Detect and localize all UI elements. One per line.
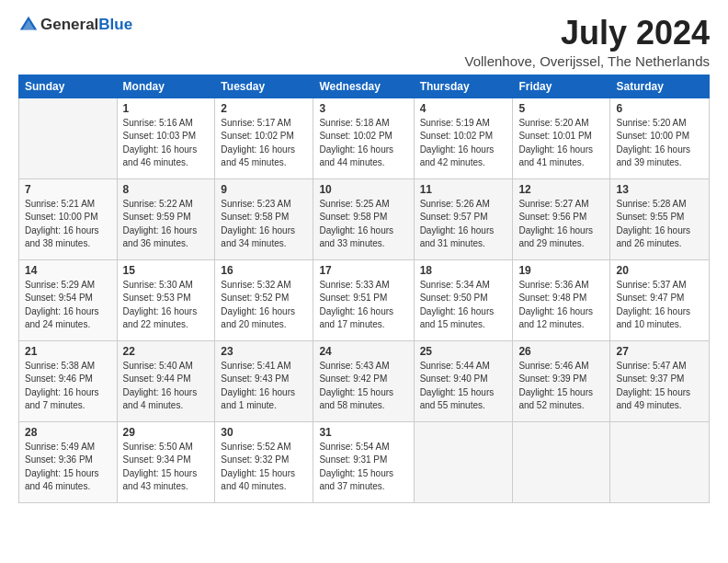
day-number: 26 — [518, 345, 604, 358]
day-number: 10 — [319, 183, 407, 196]
day-info: Sunrise: 5:27 AM Sunset: 9:56 PM Dayligh… — [518, 198, 604, 251]
day-info: Sunrise: 5:23 AM Sunset: 9:58 PM Dayligh… — [221, 198, 307, 251]
calendar-cell: 17Sunrise: 5:33 AM Sunset: 9:51 PM Dayli… — [313, 259, 414, 340]
calendar-cell: 25Sunrise: 5:44 AM Sunset: 9:40 PM Dayli… — [414, 340, 513, 421]
day-number: 7 — [25, 183, 111, 196]
weekday-header-wednesday: Wednesday — [313, 75, 414, 98]
calendar-cell: 31Sunrise: 5:54 AM Sunset: 9:31 PM Dayli… — [313, 421, 414, 502]
day-info: Sunrise: 5:54 AM Sunset: 9:31 PM Dayligh… — [319, 441, 407, 494]
calendar-cell: 3Sunrise: 5:18 AM Sunset: 10:02 PM Dayli… — [313, 98, 414, 178]
day-number: 25 — [420, 345, 507, 358]
day-number: 3 — [319, 102, 407, 115]
day-info: Sunrise: 5:41 AM Sunset: 9:43 PM Dayligh… — [221, 360, 307, 413]
calendar-cell: 21Sunrise: 5:38 AM Sunset: 9:46 PM Dayli… — [19, 340, 118, 421]
weekday-header-thursday: Thursday — [414, 75, 513, 98]
day-info: Sunrise: 5:40 AM Sunset: 9:44 PM Dayligh… — [123, 360, 210, 413]
logo: GeneralBlue — [18, 15, 132, 35]
day-info: Sunrise: 5:38 AM Sunset: 9:46 PM Dayligh… — [25, 360, 111, 413]
day-info: Sunrise: 5:29 AM Sunset: 9:54 PM Dayligh… — [25, 279, 111, 332]
calendar-cell: 23Sunrise: 5:41 AM Sunset: 9:43 PM Dayli… — [215, 340, 313, 421]
day-info: Sunrise: 5:33 AM Sunset: 9:51 PM Dayligh… — [319, 279, 407, 332]
day-info: Sunrise: 5:20 AM Sunset: 10:00 PM Daylig… — [616, 117, 703, 170]
day-number: 13 — [616, 183, 703, 196]
day-number: 16 — [221, 264, 307, 277]
calendar-cell: 26Sunrise: 5:46 AM Sunset: 9:39 PM Dayli… — [513, 340, 610, 421]
day-number: 19 — [518, 264, 604, 277]
day-number: 5 — [518, 102, 604, 115]
calendar-cell: 28Sunrise: 5:49 AM Sunset: 9:36 PM Dayli… — [19, 421, 118, 502]
weekday-header-sunday: Sunday — [19, 75, 118, 98]
calendar-cell: 14Sunrise: 5:29 AM Sunset: 9:54 PM Dayli… — [19, 259, 118, 340]
day-info: Sunrise: 5:52 AM Sunset: 9:32 PM Dayligh… — [221, 441, 307, 494]
calendar-cell: 27Sunrise: 5:47 AM Sunset: 9:37 PM Dayli… — [610, 340, 710, 421]
calendar-week-row: 14Sunrise: 5:29 AM Sunset: 9:54 PM Dayli… — [19, 259, 710, 340]
day-info: Sunrise: 5:19 AM Sunset: 10:02 PM Daylig… — [420, 117, 507, 170]
calendar-cell: 18Sunrise: 5:34 AM Sunset: 9:50 PM Dayli… — [414, 259, 513, 340]
day-number: 24 — [319, 345, 407, 358]
calendar-cell: 4Sunrise: 5:19 AM Sunset: 10:02 PM Dayli… — [414, 98, 513, 178]
day-info: Sunrise: 5:44 AM Sunset: 9:40 PM Dayligh… — [420, 360, 507, 413]
calendar-cell: 12Sunrise: 5:27 AM Sunset: 9:56 PM Dayli… — [513, 178, 610, 259]
calendar-table: SundayMondayTuesdayWednesdayThursdayFrid… — [18, 75, 710, 503]
day-info: Sunrise: 5:18 AM Sunset: 10:02 PM Daylig… — [319, 117, 407, 170]
calendar-cell: 19Sunrise: 5:36 AM Sunset: 9:48 PM Dayli… — [513, 259, 610, 340]
day-number: 22 — [123, 345, 210, 358]
calendar-cell: 22Sunrise: 5:40 AM Sunset: 9:44 PM Dayli… — [117, 340, 215, 421]
calendar-cell — [414, 421, 513, 502]
day-info: Sunrise: 5:43 AM Sunset: 9:42 PM Dayligh… — [319, 360, 407, 413]
weekday-header-row: SundayMondayTuesdayWednesdayThursdayFrid… — [19, 75, 710, 98]
title-block: July 2024 Vollenhove, Overijssel, The Ne… — [464, 15, 710, 69]
month-year-title: July 2024 — [464, 15, 710, 52]
calendar-cell: 24Sunrise: 5:43 AM Sunset: 9:42 PM Dayli… — [313, 340, 414, 421]
calendar-cell — [610, 421, 710, 502]
day-info: Sunrise: 5:32 AM Sunset: 9:52 PM Dayligh… — [221, 279, 307, 332]
day-number: 29 — [123, 426, 210, 439]
logo-text-general: General — [40, 16, 98, 33]
day-number: 31 — [319, 426, 407, 439]
calendar-cell: 7Sunrise: 5:21 AM Sunset: 10:00 PM Dayli… — [19, 178, 118, 259]
day-info: Sunrise: 5:28 AM Sunset: 9:55 PM Dayligh… — [616, 198, 703, 251]
day-number: 23 — [221, 345, 307, 358]
day-info: Sunrise: 5:26 AM Sunset: 9:57 PM Dayligh… — [420, 198, 507, 251]
day-info: Sunrise: 5:20 AM Sunset: 10:01 PM Daylig… — [518, 117, 604, 170]
day-info: Sunrise: 5:50 AM Sunset: 9:34 PM Dayligh… — [123, 441, 210, 494]
weekday-header-tuesday: Tuesday — [215, 75, 313, 98]
day-number: 17 — [319, 264, 407, 277]
day-number: 20 — [616, 264, 703, 277]
calendar-cell: 13Sunrise: 5:28 AM Sunset: 9:55 PM Dayli… — [610, 178, 710, 259]
weekday-header-saturday: Saturday — [610, 75, 710, 98]
day-number: 8 — [123, 183, 210, 196]
day-number: 12 — [518, 183, 604, 196]
logo-text-blue: Blue — [98, 16, 132, 33]
day-number: 9 — [221, 183, 307, 196]
day-info: Sunrise: 5:36 AM Sunset: 9:48 PM Dayligh… — [518, 279, 604, 332]
calendar-cell — [19, 98, 118, 178]
day-info: Sunrise: 5:16 AM Sunset: 10:03 PM Daylig… — [123, 117, 210, 170]
weekday-header-friday: Friday — [513, 75, 610, 98]
calendar-cell: 30Sunrise: 5:52 AM Sunset: 9:32 PM Dayli… — [215, 421, 313, 502]
day-info: Sunrise: 5:46 AM Sunset: 9:39 PM Dayligh… — [518, 360, 604, 413]
day-info: Sunrise: 5:30 AM Sunset: 9:53 PM Dayligh… — [123, 279, 210, 332]
calendar-cell: 10Sunrise: 5:25 AM Sunset: 9:58 PM Dayli… — [313, 178, 414, 259]
day-number: 6 — [616, 102, 703, 115]
day-info: Sunrise: 5:34 AM Sunset: 9:50 PM Dayligh… — [420, 279, 507, 332]
calendar-week-row: 1Sunrise: 5:16 AM Sunset: 10:03 PM Dayli… — [19, 98, 710, 178]
day-number: 15 — [123, 264, 210, 277]
calendar-cell: 5Sunrise: 5:20 AM Sunset: 10:01 PM Dayli… — [513, 98, 610, 178]
day-number: 11 — [420, 183, 507, 196]
day-info: Sunrise: 5:22 AM Sunset: 9:59 PM Dayligh… — [123, 198, 210, 251]
day-info: Sunrise: 5:49 AM Sunset: 9:36 PM Dayligh… — [25, 441, 111, 494]
day-number: 18 — [420, 264, 507, 277]
weekday-header-monday: Monday — [117, 75, 215, 98]
calendar-cell: 29Sunrise: 5:50 AM Sunset: 9:34 PM Dayli… — [117, 421, 215, 502]
logo-icon — [18, 15, 39, 35]
day-number: 28 — [25, 426, 111, 439]
day-info: Sunrise: 5:37 AM Sunset: 9:47 PM Dayligh… — [616, 279, 703, 332]
day-number: 4 — [420, 102, 507, 115]
calendar-week-row: 7Sunrise: 5:21 AM Sunset: 10:00 PM Dayli… — [19, 178, 710, 259]
calendar-cell: 9Sunrise: 5:23 AM Sunset: 9:58 PM Daylig… — [215, 178, 313, 259]
calendar-cell: 2Sunrise: 5:17 AM Sunset: 10:02 PM Dayli… — [215, 98, 313, 178]
calendar-week-row: 21Sunrise: 5:38 AM Sunset: 9:46 PM Dayli… — [19, 340, 710, 421]
day-info: Sunrise: 5:47 AM Sunset: 9:37 PM Dayligh… — [616, 360, 703, 413]
calendar-week-row: 28Sunrise: 5:49 AM Sunset: 9:36 PM Dayli… — [19, 421, 710, 502]
